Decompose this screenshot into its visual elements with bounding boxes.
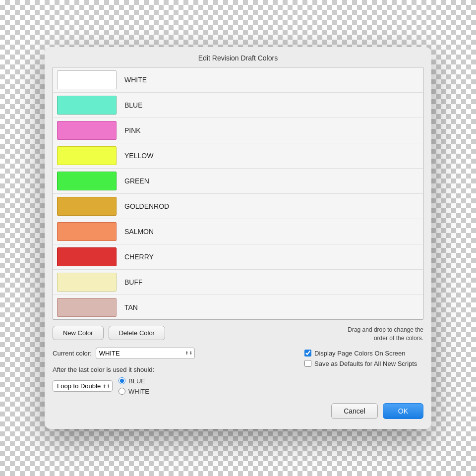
display-colors-checkbox-row[interactable]: Display Page Colors On Screen (304, 350, 423, 357)
radio-group: BLUE WHITE (119, 377, 149, 395)
display-colors-checkbox[interactable] (304, 350, 311, 357)
cancel-button[interactable]: Cancel (331, 403, 378, 419)
color-swatch (57, 197, 117, 216)
color-row[interactable]: YELLOW (53, 143, 423, 169)
action-buttons: Cancel OK (45, 395, 431, 419)
color-name: PINK (124, 124, 419, 136)
color-row[interactable]: PINK (53, 118, 423, 143)
color-swatch (57, 222, 117, 241)
current-color-select[interactable]: WHITE BLUE PINK YELLOW GREEN GOLDENROD S… (96, 348, 195, 359)
color-swatch (57, 247, 117, 266)
right-controls: Display Page Colors On Screen Save as De… (304, 348, 423, 395)
radio-white-label: WHITE (128, 388, 149, 395)
color-name: TAN (124, 301, 419, 313)
color-row[interactable]: BLUE (53, 93, 423, 118)
radio-blue-label: BLUE (128, 377, 145, 385)
left-controls: Current color: WHITE BLUE PINK YELLOW GR… (53, 348, 304, 395)
color-list: WHITEBLUEPINKYELLOWGREENGOLDENRODSALMONC… (53, 67, 423, 320)
color-swatch (57, 146, 117, 165)
main-bottom: Current color: WHITE BLUE PINK YELLOW GR… (53, 348, 423, 395)
color-swatch (57, 298, 117, 317)
ok-button[interactable]: OK (383, 403, 423, 419)
color-name: YELLOW (124, 150, 419, 162)
radio-white-input[interactable] (119, 388, 125, 395)
color-row[interactable]: WHITE (53, 67, 423, 93)
loop-select[interactable]: Loop to Double Loop to Single Stop (53, 380, 113, 392)
color-name: GREEN (124, 175, 419, 187)
dialog-title: Edit Revision Draft Colors (45, 47, 431, 67)
color-name: CHERRY (124, 251, 419, 263)
radio-white[interactable]: WHITE (119, 388, 149, 395)
color-row[interactable]: GREEN (53, 169, 423, 194)
color-name: WHITE (124, 74, 419, 86)
current-color-select-wrapper[interactable]: WHITE BLUE PINK YELLOW GREEN GOLDENROD S… (96, 348, 195, 359)
color-row[interactable]: BUFF (53, 270, 423, 295)
color-row[interactable]: GOLDENROD (53, 194, 423, 219)
color-row[interactable]: SALMON (53, 219, 423, 244)
save-defaults-label: Save as Defaults for All New Scripts (314, 360, 417, 367)
display-colors-label: Display Page Colors On Screen (314, 350, 406, 357)
color-swatch (57, 96, 117, 115)
color-swatch (57, 172, 117, 190)
delete-color-button[interactable]: Delete Color (109, 326, 165, 340)
color-swatch (57, 70, 117, 89)
color-name: GOLDENROD (124, 200, 419, 212)
save-defaults-checkbox-row[interactable]: Save as Defaults for All New Scripts (304, 360, 423, 367)
new-color-button[interactable]: New Color (53, 326, 104, 340)
color-name: BLUE (124, 99, 419, 111)
radio-blue-input[interactable] (119, 377, 125, 384)
loop-row: Loop to Double Loop to Single Stop BLUE (53, 377, 304, 395)
current-color-row: Current color: WHITE BLUE PINK YELLOW GR… (53, 348, 304, 359)
current-color-label: Current color: (53, 350, 92, 357)
color-swatch (57, 121, 117, 140)
color-row[interactable]: CHERRY (53, 244, 423, 270)
color-name: BUFF (124, 276, 419, 288)
after-last-label: After the last color is used it should: (53, 363, 304, 373)
checkboxes-section: Display Page Colors On Screen Save as De… (304, 350, 423, 367)
color-row[interactable]: TAN (53, 295, 423, 320)
bottom-section: New Color Delete Color Drag and drop to … (45, 320, 431, 395)
dialog: Edit Revision Draft Colors WHITEBLUEPINK… (45, 47, 431, 429)
color-name: SALMON (124, 226, 419, 238)
radio-blue[interactable]: BLUE (119, 377, 149, 385)
save-defaults-checkbox[interactable] (304, 360, 311, 367)
drag-hint: Drag and drop to change the order of the… (334, 326, 423, 343)
color-swatch (57, 273, 117, 292)
button-row: New Color Delete Color Drag and drop to … (53, 326, 423, 343)
loop-select-wrapper[interactable]: Loop to Double Loop to Single Stop (53, 380, 113, 392)
